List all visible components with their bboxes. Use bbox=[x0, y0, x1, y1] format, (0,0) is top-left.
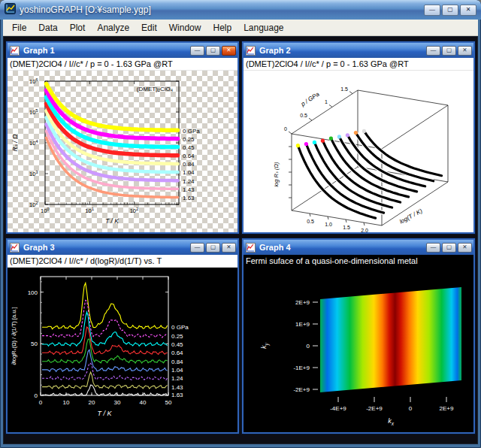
svg-text:0.64: 0.64 bbox=[171, 350, 183, 356]
svg-text:0.64: 0.64 bbox=[183, 153, 195, 159]
svg-text:1.5: 1.5 bbox=[340, 86, 348, 92]
graph-icon bbox=[246, 45, 256, 56]
graph-icon bbox=[10, 242, 20, 253]
graph4-titlebar[interactable]: Graph 4 — ▢ ✕ bbox=[244, 240, 473, 255]
svg-text:1.04: 1.04 bbox=[171, 367, 183, 374]
graph1-maximize-button[interactable]: ▢ bbox=[206, 46, 220, 56]
graph3-canvas: 05010001020304050∂logRₛ(Ω) / ∂(1/T) [a.u… bbox=[8, 268, 237, 432]
svg-text:1.63: 1.63 bbox=[171, 392, 183, 398]
menu-bar: FileDataPlotAnalyzeEditWindowHelpLanguag… bbox=[3, 20, 478, 36]
graph1-minimize-button[interactable]: — bbox=[190, 46, 204, 56]
svg-text:1E+9: 1E+9 bbox=[295, 321, 310, 328]
app-window: yoshinoGRAPH [O:¥sample.ygp] — ▢ ✕ FileD… bbox=[0, 0, 481, 448]
graph2-window: Graph 2 — ▢ ✕ (DMET)2ClO4 / I//c* / p = … bbox=[242, 41, 475, 234]
menu-item-analyze[interactable]: Analyze bbox=[91, 21, 135, 35]
svg-text:102: 102 bbox=[130, 207, 139, 215]
graph4-minimize-button[interactable]: — bbox=[426, 243, 440, 253]
svg-text:p / GPa: p / GPa bbox=[299, 90, 321, 107]
menu-item-file[interactable]: File bbox=[6, 21, 32, 35]
svg-text:0: 0 bbox=[284, 126, 287, 132]
menu-item-data[interactable]: Data bbox=[32, 21, 63, 35]
window-minimize-button[interactable]: — bbox=[424, 5, 440, 16]
svg-text:1.63: 1.63 bbox=[183, 195, 195, 201]
svg-text:0.45: 0.45 bbox=[183, 144, 195, 151]
svg-text:-1E+9: -1E+9 bbox=[293, 365, 310, 371]
svg-text:102: 102 bbox=[29, 201, 38, 209]
svg-text:log(T / K): log(T / K) bbox=[398, 207, 424, 226]
svg-text:0.45: 0.45 bbox=[171, 341, 183, 348]
graph2-titlebar[interactable]: Graph 2 — ▢ ✕ bbox=[244, 43, 473, 58]
svg-text:104: 104 bbox=[29, 139, 38, 147]
menu-item-edit[interactable]: Edit bbox=[135, 21, 163, 35]
svg-text:20: 20 bbox=[89, 399, 95, 406]
svg-text:105: 105 bbox=[29, 108, 38, 117]
window-titlebar[interactable]: yoshinoGRAPH [O:¥sample.ygp] — ▢ ✕ bbox=[0, 0, 481, 20]
graph2-minimize-button[interactable]: — bbox=[426, 46, 440, 56]
svg-text:T / K: T / K bbox=[97, 410, 112, 417]
graph1-close-button[interactable]: ✕ bbox=[222, 46, 236, 56]
graph-icon bbox=[246, 242, 256, 253]
svg-text:50: 50 bbox=[31, 341, 38, 347]
svg-text:1.0: 1.0 bbox=[325, 222, 332, 227]
svg-text:100: 100 bbox=[28, 289, 38, 296]
svg-text:103: 103 bbox=[29, 170, 38, 178]
graph4-close-button[interactable]: ✕ bbox=[458, 243, 472, 253]
svg-text:0.84: 0.84 bbox=[171, 359, 183, 365]
graph3-caption: (DMET)2ClO4 / I//c* / d(logR)/d(1/T) vs.… bbox=[8, 255, 237, 268]
svg-text:10: 10 bbox=[63, 399, 70, 406]
graph3-close-button[interactable]: ✕ bbox=[222, 243, 236, 253]
svg-text:50: 50 bbox=[165, 399, 172, 406]
svg-text:0: 0 bbox=[35, 392, 38, 399]
window-title: yoshinoGRAPH [O:¥sample.ygp] bbox=[20, 5, 424, 15]
window-controls: — ▢ ✕ bbox=[424, 5, 476, 16]
graph4-window: Graph 4 — ▢ ✕ Fermi suface of a quasi-on… bbox=[242, 238, 475, 434]
window-maximize-button[interactable]: ▢ bbox=[442, 5, 458, 16]
svg-text:40: 40 bbox=[140, 399, 147, 406]
graph4-plot-area[interactable]: 2E+91E+90-1E+9-2E+9ky-4E+9-2E+902E+9kx bbox=[244, 268, 473, 432]
graph2-plot-area[interactable]: 00.511.5p / GPa0.51.01.52.0log(T / K)log… bbox=[244, 71, 473, 232]
graph4-canvas: 2E+91E+90-1E+9-2E+9ky-4E+9-2E+902E+9kx bbox=[244, 268, 473, 432]
svg-text:-2E+9: -2E+9 bbox=[366, 405, 383, 412]
graph3-titlebar[interactable]: Graph 3 — ▢ ✕ bbox=[8, 240, 237, 255]
graph3-minimize-button[interactable]: — bbox=[190, 243, 204, 253]
svg-text:ky: ky bbox=[260, 342, 270, 349]
svg-text:(DMET)₂ClO₄: (DMET)₂ClO₄ bbox=[137, 86, 173, 92]
graph2-title: Graph 2 bbox=[259, 46, 425, 55]
svg-text:1.43: 1.43 bbox=[171, 384, 183, 391]
window-close-button[interactable]: ✕ bbox=[460, 5, 476, 16]
svg-text:2E+9: 2E+9 bbox=[295, 299, 310, 306]
svg-text:∂logRₛ(Ω) / ∂(1/T) [a.u.]: ∂logRₛ(Ω) / ∂(1/T) [a.u.] bbox=[11, 307, 17, 365]
menu-item-language[interactable]: Language bbox=[237, 21, 289, 35]
graph3-window: Graph 3 — ▢ ✕ (DMET)2ClO4 / I//c* / d(lo… bbox=[6, 238, 239, 434]
graph-icon bbox=[10, 45, 20, 56]
svg-text:Rₛ / Ω: Rₛ / Ω bbox=[11, 134, 19, 151]
svg-text:1.5: 1.5 bbox=[343, 225, 350, 230]
graph2-maximize-button[interactable]: ▢ bbox=[442, 46, 456, 56]
svg-text:30: 30 bbox=[114, 399, 121, 406]
graph4-maximize-button[interactable]: ▢ bbox=[442, 243, 456, 253]
graph3-maximize-button[interactable]: ▢ bbox=[206, 243, 220, 253]
svg-text:0: 0 bbox=[409, 405, 413, 412]
menu-item-help[interactable]: Help bbox=[207, 21, 237, 35]
menu-item-window[interactable]: Window bbox=[163, 21, 207, 35]
graph3-plot-area[interactable]: 05010001020304050∂logRₛ(Ω) / ∂(1/T) [a.u… bbox=[8, 268, 237, 432]
graph2-canvas: 00.511.5p / GPa0.51.01.52.0log(T / K)log… bbox=[244, 71, 473, 232]
graph4-caption: Fermi suface of a quasi-one-dimensional … bbox=[244, 255, 473, 268]
menu-item-plot[interactable]: Plot bbox=[64, 21, 92, 35]
svg-text:1.04: 1.04 bbox=[183, 169, 195, 176]
svg-text:100: 100 bbox=[41, 207, 50, 215]
graph1-caption: (DMET)2ClO4 / I//c* / p = 0 - 1.63 GPa @… bbox=[8, 58, 237, 71]
svg-text:log Rₛ (Ω): log Rₛ (Ω) bbox=[273, 162, 280, 187]
graph2-close-button[interactable]: ✕ bbox=[458, 46, 472, 56]
app-icon bbox=[5, 3, 16, 17]
graph1-plot-area[interactable]: 106105104103102100101102Rₛ / ΩT / K(DMET… bbox=[8, 71, 237, 232]
mdi-client-area: Graph 1 — ▢ ✕ (DMET)2ClO4 / I//c* / p = … bbox=[3, 36, 478, 444]
svg-text:T / K: T / K bbox=[105, 217, 119, 225]
svg-text:2.0: 2.0 bbox=[361, 228, 368, 232]
graph1-title: Graph 1 bbox=[23, 46, 189, 55]
svg-text:-2E+9: -2E+9 bbox=[293, 386, 310, 393]
graph1-titlebar[interactable]: Graph 1 — ▢ ✕ bbox=[8, 43, 237, 58]
graph3-title: Graph 3 bbox=[23, 243, 189, 252]
svg-text:1.24: 1.24 bbox=[183, 178, 195, 185]
svg-text:106: 106 bbox=[29, 77, 38, 86]
